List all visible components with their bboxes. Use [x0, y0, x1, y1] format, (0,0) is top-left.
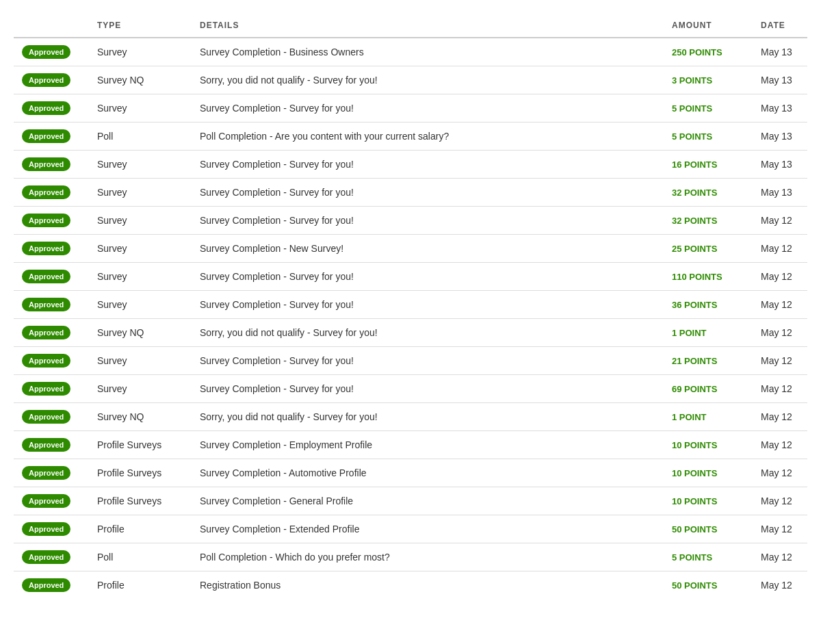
amount-value: 1 POINT: [672, 412, 707, 422]
status-badge: Approved: [22, 129, 70, 143]
cell-amount: 50 POINTS: [664, 571, 753, 600]
cell-status: Approved: [14, 515, 89, 543]
status-badge: Approved: [22, 242, 70, 255]
cell-status: Approved: [14, 403, 89, 431]
cell-status: Approved: [14, 571, 89, 600]
header-status: [14, 14, 89, 38]
amount-value: 25 POINTS: [672, 244, 717, 254]
cell-type: Survey: [89, 375, 192, 403]
cell-type: Survey: [89, 151, 192, 179]
header-amount: AMOUNT: [664, 14, 753, 38]
cell-amount: 21 POINTS: [664, 347, 753, 375]
table-row: Approved Profile Registration Bonus 50 P…: [14, 571, 807, 600]
header-details: DETAILS: [192, 14, 664, 38]
amount-value: 50 POINTS: [672, 524, 717, 534]
cell-type: Survey: [89, 235, 192, 263]
header-date: DATE: [753, 14, 807, 38]
cell-amount: 32 POINTS: [664, 179, 753, 207]
cell-type: Profile Surveys: [89, 487, 192, 515]
table-row: Approved Survey Survey Completion - Surv…: [14, 263, 807, 291]
table-row: Approved Survey NQ Sorry, you did not qu…: [14, 403, 807, 431]
status-badge: Approved: [22, 494, 70, 508]
cell-details: Survey Completion - Survey for you!: [192, 151, 664, 179]
cell-date: May 12: [753, 207, 807, 235]
cell-details: Survey Completion - Extended Profile: [192, 515, 664, 543]
cell-type: Profile: [89, 571, 192, 600]
amount-value: 21 POINTS: [672, 356, 717, 366]
cell-type: Survey: [89, 179, 192, 207]
table-row: Approved Survey Survey Completion - Surv…: [14, 94, 807, 123]
cell-amount: 50 POINTS: [664, 515, 753, 543]
cell-status: Approved: [14, 543, 89, 571]
cell-amount: 16 POINTS: [664, 151, 753, 179]
cell-amount: 250 POINTS: [664, 38, 753, 66]
cell-amount: 1 POINT: [664, 403, 753, 431]
table-row: Approved Survey Survey Completion - Surv…: [14, 179, 807, 207]
cell-status: Approved: [14, 291, 89, 319]
cell-amount: 69 POINTS: [664, 375, 753, 403]
amount-value: 69 POINTS: [672, 384, 717, 394]
table-row: Approved Survey Survey Completion - Surv…: [14, 291, 807, 319]
cell-details: Survey Completion - Survey for you!: [192, 263, 664, 291]
status-badge: Approved: [22, 326, 70, 339]
status-badge: Approved: [22, 466, 70, 480]
amount-value: 10 POINTS: [672, 440, 717, 450]
status-badge: Approved: [22, 101, 70, 115]
table-row: Approved Survey NQ Sorry, you did not qu…: [14, 319, 807, 347]
cell-date: May 12: [753, 543, 807, 571]
amount-value: 5 POINTS: [672, 552, 712, 563]
cell-amount: 3 POINTS: [664, 66, 753, 94]
table-row: Approved Poll Poll Completion - Are you …: [14, 123, 807, 151]
cell-date: May 12: [753, 515, 807, 543]
table-row: Approved Survey Survey Completion - Busi…: [14, 38, 807, 66]
main-table-container: TYPE DETAILS AMOUNT DATE Approved Survey…: [14, 14, 807, 599]
table-row: Approved Poll Poll Completion - Which do…: [14, 543, 807, 571]
cell-status: Approved: [14, 123, 89, 151]
cell-amount: 36 POINTS: [664, 291, 753, 319]
status-badge: Approved: [22, 550, 70, 564]
cell-amount: 32 POINTS: [664, 207, 753, 235]
cell-status: Approved: [14, 207, 89, 235]
cell-date: May 13: [753, 151, 807, 179]
cell-status: Approved: [14, 235, 89, 263]
cell-type: Survey: [89, 347, 192, 375]
cell-date: May 12: [753, 431, 807, 459]
cell-details: Registration Bonus: [192, 571, 664, 600]
cell-type: Survey: [89, 291, 192, 319]
cell-status: Approved: [14, 347, 89, 375]
cell-details: Poll Completion - Which do you prefer mo…: [192, 543, 664, 571]
table-row: Approved Survey Survey Completion - Surv…: [14, 375, 807, 403]
amount-value: 16 POINTS: [672, 159, 717, 170]
table-row: Approved Profile Surveys Survey Completi…: [14, 459, 807, 487]
status-badge: Approved: [22, 522, 70, 536]
cell-status: Approved: [14, 459, 89, 487]
status-badge: Approved: [22, 298, 70, 311]
amount-value: 250 POINTS: [672, 47, 722, 57]
cell-type: Survey NQ: [89, 403, 192, 431]
amount-value: 10 POINTS: [672, 496, 717, 506]
amount-value: 32 POINTS: [672, 188, 717, 198]
cell-status: Approved: [14, 151, 89, 179]
cell-details: Survey Completion - Automotive Profile: [192, 459, 664, 487]
cell-type: Survey: [89, 94, 192, 123]
cell-details: Sorry, you did not qualify - Survey for …: [192, 403, 664, 431]
cell-details: Survey Completion - Survey for you!: [192, 375, 664, 403]
cell-details: Survey Completion - Employment Profile: [192, 431, 664, 459]
cell-status: Approved: [14, 319, 89, 347]
cell-date: May 12: [753, 291, 807, 319]
cell-date: May 13: [753, 179, 807, 207]
cell-date: May 12: [753, 263, 807, 291]
cell-details: Survey Completion - Business Owners: [192, 38, 664, 66]
cell-details: Survey Completion - Survey for you!: [192, 94, 664, 123]
status-badge: Approved: [22, 157, 70, 171]
cell-amount: 5 POINTS: [664, 123, 753, 151]
cell-date: May 13: [753, 123, 807, 151]
cell-status: Approved: [14, 38, 89, 66]
amount-value: 1 POINT: [672, 328, 707, 338]
status-badge: Approved: [22, 382, 70, 396]
cell-amount: 5 POINTS: [664, 94, 753, 123]
amount-value: 5 POINTS: [672, 103, 712, 114]
cell-status: Approved: [14, 94, 89, 123]
status-badge: Approved: [22, 270, 70, 283]
cell-details: Survey Completion - New Survey!: [192, 235, 664, 263]
